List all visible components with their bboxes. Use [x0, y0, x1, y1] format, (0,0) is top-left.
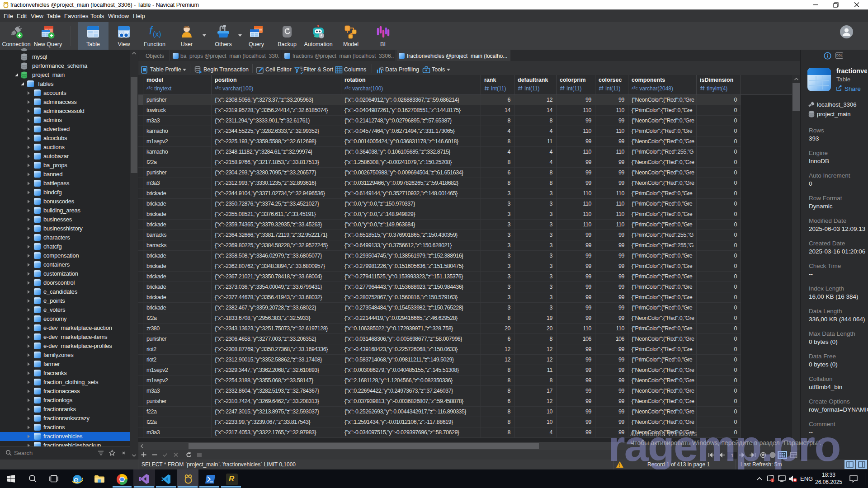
svg-text:C: C	[151, 87, 153, 90]
svg-text:C: C	[636, 87, 638, 90]
svg-text:C: C	[219, 87, 221, 90]
svg-text:(x): (x)	[153, 30, 161, 38]
svg-text:!: !	[772, 479, 773, 482]
svg-text:C: C	[349, 87, 351, 90]
